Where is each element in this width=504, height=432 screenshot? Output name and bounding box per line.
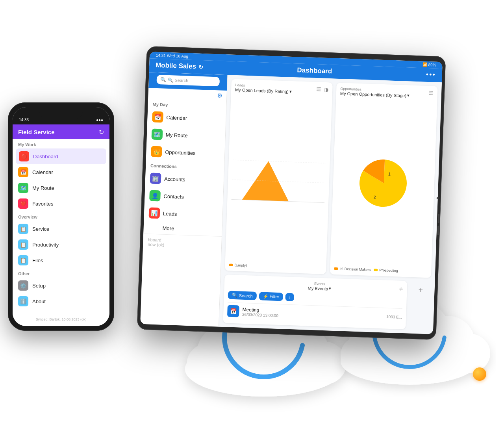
tablet-sidebar: 🔍 🔍 Search ⚙ My Day 📅 Calendar [140, 72, 228, 327]
tablet-nav-dots[interactable]: ••• [426, 70, 436, 79]
tablet-sidebar-opportunities[interactable]: 👑 Opportunities [146, 143, 225, 163]
opps-chart-title-group: Opportunities My Open Opportunities (By … [340, 87, 410, 98]
sidebar-item-about[interactable]: ℹ️ About [13, 293, 109, 309]
filter-icon[interactable]: ⚙ [217, 92, 223, 99]
orange-dot-2 [473, 367, 486, 381]
phone-notch [39, 107, 83, 119]
tablet-sidebar-myroute[interactable]: 🗺️ My Route [146, 125, 225, 145]
tablet-search-input[interactable]: 🔍 🔍 Search [156, 75, 220, 87]
opps-legend-prospecting: Prospecting [374, 268, 398, 273]
sidebar-item-productivity[interactable]: 📋 Productivity [13, 237, 109, 252]
phone-section-overview: Overview [13, 211, 109, 221]
events-title-group: Events My Events ▾ [308, 282, 331, 291]
productivity-icon: 📋 [18, 239, 28, 250]
tablet-opportunities-icon: 👑 [151, 146, 162, 158]
sidebar-item-about-label: About [32, 299, 46, 304]
tablet-contacts-icon: 👤 [149, 190, 161, 201]
leads-legend-dot [229, 264, 233, 266]
leads-dropdown-icon[interactable]: ▾ [289, 89, 292, 94]
events-add-icon[interactable]: + [399, 285, 403, 293]
tablet-leads-icon: 📊 [149, 207, 160, 219]
sidebar-item-files-label: Files [32, 258, 43, 263]
phone-app-header: Field Service ↻ [13, 124, 109, 139]
setup-icon: ⚙️ [18, 280, 28, 291]
leads-chart-legend: (Empty) [229, 263, 322, 270]
tablet-sidebar-leads-label: Leads [163, 210, 177, 217]
tablet-charts-row: Leads My Open Leads (By Rating) ▾ ☰ [221, 75, 442, 282]
events-spacer [228, 283, 240, 284]
tablet-search-bar: 🔍 🔍 Search [148, 72, 227, 91]
leads-chart-card: Leads My Open Leads (By Rating) ▾ ☰ [225, 79, 333, 274]
sidebar-item-favorites[interactable]: ❤️ Favorites [13, 196, 109, 211]
tablet-content: 🔍 🔍 Search ⚙ My Day 📅 Calendar [140, 72, 442, 334]
tablet-accounts-icon: 🏢 [150, 172, 161, 184]
leads-chart-area [229, 95, 328, 264]
pie-label-2: 2 [373, 195, 376, 199]
phone-time: 14:33 [19, 118, 29, 122]
tablet-time: 14:31 Wed 16 Aug [156, 53, 188, 59]
sidebar-item-dashboard-label: Dashboard [33, 154, 58, 159]
tablet-buttons [437, 214, 439, 235]
sidebar-item-service[interactable]: 📋 Service [13, 221, 109, 237]
sidebar-item-myroute[interactable]: 🗺️ My Route [13, 180, 109, 196]
phone-frame: 14:33 ●●● Field Service ↻ My Work 🔴 Dash… [8, 102, 114, 331]
sidebar-item-myroute-label: My Route [32, 185, 54, 191]
phone-footer: Synced: Bartok, 10.08.2023 (ok) [13, 317, 109, 321]
phone-refresh-icon[interactable]: ↻ [99, 128, 104, 136]
tablet-wifi-icon: 📶 [422, 62, 427, 67]
event-ref-meeting: 1003 E... [386, 314, 402, 319]
leads-chart-title-group: Leads My Open Leads (By Rating) ▾ [235, 83, 292, 94]
opps-chart-header: Opportunities My Open Opportunities (By … [340, 87, 434, 99]
favorites-icon: ❤️ [18, 198, 28, 209]
opps-dropdown-icon[interactable]: ▾ [407, 93, 410, 98]
tablet-bottom-row: Events My Events ▾ + [219, 274, 435, 334]
leads-chart-header: Leads My Open Leads (By Rating) ▾ ☰ [235, 83, 329, 95]
tablet-myroute-icon: 🗺️ [152, 129, 163, 140]
opps-chart-card: Opportunities My Open Opportunities (By … [330, 83, 438, 278]
events-filter-button[interactable]: ⚡ Filter [259, 292, 283, 301]
leads-chart-icon[interactable]: ◑ [324, 86, 329, 93]
sidebar-item-setup[interactable]: ⚙️ Setup [13, 278, 109, 293]
tablet-dashboard-title-center: Dashboard [297, 66, 332, 75]
sidebar-item-service-label: Service [32, 226, 49, 232]
opps-legend-dot-1 [334, 267, 338, 270]
events-dropdown-icon[interactable]: ▾ [329, 286, 331, 291]
tablet-sidebar-leads[interactable]: 📊 Leads [144, 204, 222, 224]
tablet-screen: 14:31 Wed 16 Aug 📶 89% Mobile Sales ↻ Da… [140, 52, 443, 334]
event-row-meeting[interactable]: 📅 Meeting 26/03/2023 13:00:00 1003 E... [227, 302, 402, 325]
tablet-calendar-icon: 📅 [152, 111, 163, 123]
leads-list-icon[interactable]: ☰ [316, 86, 322, 92]
add-card-icon[interactable]: + [418, 285, 423, 294]
service-icon: 📋 [18, 224, 28, 234]
tablet-btn-2 [437, 226, 439, 235]
tablet-sidebar-contacts[interactable]: 👤 Contacts [145, 187, 223, 207]
tablet-sidebar-accounts[interactable]: 🏢 Accounts [145, 169, 224, 189]
scene: 14:33 ●●● Field Service ↻ My Work 🔴 Dash… [0, 0, 504, 432]
leads-chart-svg [231, 146, 326, 213]
tablet-sidebar-calendar[interactable]: 📅 Calendar [147, 108, 226, 128]
tablet-btn-1 [438, 214, 440, 223]
svg-line-2 [233, 160, 326, 163]
sidebar-item-dashboard[interactable]: 🔴 Dashboard [16, 148, 106, 164]
sidebar-item-calendar-label: Calendar [32, 169, 53, 175]
phone-status-icons: ●●● [96, 118, 103, 122]
files-icon: 📋 [18, 255, 28, 265]
tablet-frame: 14:31 Wed 16 Aug 📶 89% Mobile Sales ↻ Da… [137, 46, 446, 340]
events-card: Events My Events ▾ + [223, 274, 407, 329]
svg-marker-0 [242, 160, 290, 201]
tablet-refresh-icon[interactable]: ↻ [198, 63, 204, 70]
phone-sidebar: My Work 🔴 Dashboard 📅 Calendar 🗺️ My Rou… [13, 139, 109, 323]
opps-pie-svg: 1 2 [351, 150, 416, 215]
sidebar-item-productivity-label: Productivity [32, 242, 59, 248]
sidebar-item-calendar[interactable]: 📅 Calendar [13, 164, 109, 180]
events-search-button[interactable]: 🔍 Search [228, 291, 257, 300]
tablet-sidebar-contacts-label: Contacts [163, 193, 184, 200]
events-sort-button[interactable]: ↑ [285, 293, 294, 302]
sidebar-item-files[interactable]: 📋 Files [13, 252, 109, 268]
tablet-camera [437, 197, 439, 199]
event-info-meeting: Meeting 26/03/2023 13:00:00 [242, 306, 384, 321]
phone-screen: 14:33 ●●● Field Service ↻ My Work 🔴 Dash… [13, 107, 109, 326]
svg-point-15 [447, 334, 490, 373]
opps-list-icon[interactable]: ☰ [428, 90, 434, 96]
tablet-app-title: Mobile Sales ↻ [156, 61, 204, 70]
